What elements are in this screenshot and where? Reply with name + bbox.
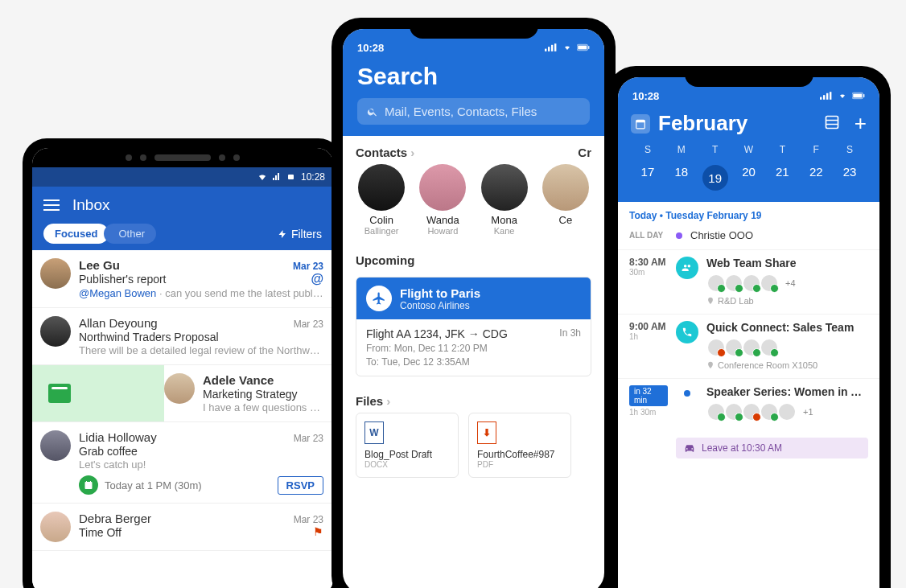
search-input[interactable]: Mail, Events, Contacts, Files (357, 98, 590, 125)
svg-rect-17 (826, 116, 838, 128)
mail-preview: There will be a detailed legal review of… (79, 344, 323, 356)
avatar (419, 164, 466, 211)
mail-date: Mar 23 (294, 433, 323, 444)
signal-icon (272, 172, 282, 182)
search-icon (367, 106, 378, 117)
search-placeholder: Mail, Events, Contacts, Files (385, 105, 537, 118)
flight-to: To: Tue, Dec 12 3:35AM (366, 356, 581, 368)
file-card[interactable]: ⬇ FourthCoffee#987 PDF (468, 413, 571, 478)
svg-rect-16 (636, 120, 645, 122)
mail-sender: Allan Deyoung (79, 316, 158, 330)
allday-dot (676, 232, 682, 239)
weekday-row: SMTWTFS (631, 144, 867, 155)
plane-icon (366, 286, 392, 311)
agenda-view-icon[interactable] (824, 114, 840, 134)
mail-sender: Debra Berger (79, 512, 151, 525)
mail-item[interactable]: Debra Berger Mar 23 Time Off ⚑ (32, 504, 333, 551)
attendees (706, 338, 868, 357)
wifi-icon (257, 172, 267, 182)
mail-subject: Grab coffee (79, 445, 323, 458)
mail-item[interactable]: Lidia Holloway Mar 23 Grab coffee Let's … (32, 422, 333, 504)
location-icon (706, 297, 715, 305)
contacts-row[interactable]: Colin Ballinger Wanda Howard Mona Kane C… (343, 164, 604, 244)
phone-hardware-top (32, 148, 333, 167)
tab-focused[interactable]: Focused (43, 224, 109, 244)
mail-preview: I have a few questions ar… (203, 401, 323, 413)
svg-rect-0 (288, 175, 294, 179)
add-event-button[interactable]: + (855, 111, 867, 136)
contact-card[interactable]: Mona Kane (479, 164, 530, 236)
menu-icon[interactable] (43, 199, 60, 211)
mail-subject: Northwind Traders Proposal (79, 331, 323, 343)
rsvp-time: Today at 1 PM (30m) (105, 479, 202, 491)
location-icon (706, 361, 715, 369)
page-title: Inbox (72, 196, 109, 214)
calendar-date[interactable]: 19 (698, 160, 732, 195)
archive-action[interactable] (32, 365, 87, 421)
mail-item[interactable]: Lee Gu Mar 23 Publisher's report @ @Mega… (32, 250, 333, 308)
calendar-date[interactable]: 20 (732, 160, 766, 195)
tab-other[interactable]: Other (104, 224, 156, 244)
event-countdown-badge: in 32 min (629, 385, 668, 406)
flag-icon: ⚑ (313, 525, 323, 539)
mail-date: Mar 23 (294, 319, 323, 330)
month-title[interactable]: February (658, 111, 816, 136)
bolt-icon (278, 229, 287, 239)
calendar-date[interactable]: 23 (833, 160, 867, 195)
calendar-date[interactable]: 22 (799, 160, 833, 195)
svg-rect-9 (823, 95, 825, 100)
attendees: +1 (706, 402, 868, 421)
calendar-date[interactable]: 17 (631, 160, 665, 195)
people-icon (676, 257, 698, 279)
today-label: Today • Tuesday February 19 (618, 202, 879, 226)
calendar-event[interactable]: in 32 min 1:00 PM 1h 30m Speaker Series:… (618, 378, 879, 433)
contact-card[interactable]: Ce (540, 164, 591, 236)
notch (685, 66, 813, 87)
android-phone: 10:28 Inbox Focused Other Filters (23, 138, 343, 588)
car-icon (684, 442, 695, 454)
calendar-icon[interactable] (631, 114, 650, 134)
upcoming-card[interactable]: Flight to Paris Contoso Airlines Flight … (356, 277, 591, 376)
mail-item[interactable]: Allan Deyoung Mar 23 Northwind Traders P… (32, 308, 333, 365)
avatar (481, 164, 528, 211)
upcoming-header: Upcoming (356, 253, 414, 267)
attendees: +4 (706, 273, 868, 293)
contact-card[interactable]: Colin Ballinger (356, 164, 407, 236)
allday-label: ALL DAY (629, 231, 668, 240)
mail-item-swiped[interactable]: Adele Vance Marketing Strategy I have a … (32, 365, 333, 422)
svg-rect-7 (588, 46, 589, 49)
contacts-header[interactable]: Contacts (356, 146, 407, 159)
mail-subject: Time Off (79, 526, 121, 539)
avatar (40, 316, 71, 347)
flight-eta: In 3h (559, 327, 581, 340)
rsvp-button[interactable]: RSVP (278, 476, 323, 495)
mail-subject: Publisher's report (79, 273, 167, 286)
file-card[interactable]: W Blog_Post Draft DOCX (356, 413, 459, 478)
date-row[interactable]: 17181920212223 (631, 160, 867, 195)
contact-card[interactable]: Wanda Howard (417, 164, 468, 236)
pdf-icon: ⬇ (477, 421, 496, 444)
svg-rect-11 (830, 92, 831, 100)
filters-button[interactable]: Filters (278, 228, 322, 241)
calendar-date[interactable]: 21 (765, 160, 799, 195)
avatar (40, 258, 71, 289)
leave-banner[interactable]: Leave at 10:30 AM (676, 438, 868, 458)
svg-rect-6 (578, 46, 587, 50)
calendar-event[interactable]: 8:30 AM30m Web Team Share +4 R&D Lab (618, 249, 879, 314)
mail-list[interactable]: Lee Gu Mar 23 Publisher's report @ @Mega… (32, 250, 333, 588)
mail-sender: Lee Gu (79, 258, 120, 272)
mail-date: Mar 23 (294, 514, 323, 525)
calendar-date[interactable]: 18 (665, 160, 698, 195)
notch (410, 18, 538, 39)
battery-icon (286, 172, 296, 182)
status-time: 10:28 (632, 90, 659, 102)
status-time: 10:28 (301, 171, 325, 183)
mail-sender: Adele Vance (203, 373, 323, 387)
calendar-event[interactable]: 9:00 AM1h Quick Connect: Sales Team Conf… (618, 314, 879, 378)
files-header[interactable]: Files (356, 394, 383, 408)
mail-sender: Lidia Holloway (79, 430, 157, 444)
mail-mention: @Megan Bowen (79, 287, 156, 299)
event-title: Web Team Share (706, 257, 868, 269)
word-icon: W (364, 421, 384, 444)
allday-event[interactable]: Christie OOO (690, 229, 753, 241)
